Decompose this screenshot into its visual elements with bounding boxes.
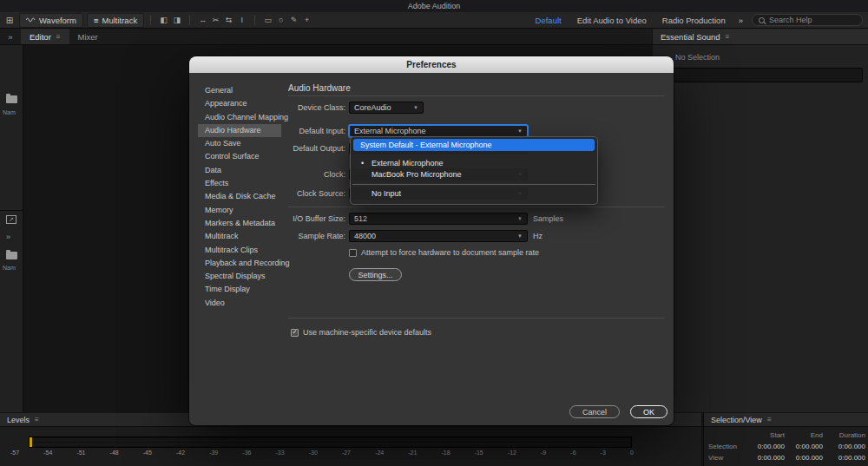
preferences-category[interactable]: Auto Save <box>198 137 281 150</box>
tab-editor[interactable]: Editor ≡ <box>21 29 69 44</box>
essential-sound-header[interactable]: Essential Sound ≡ <box>653 29 868 45</box>
level-meter-right <box>30 443 630 446</box>
column-header-duration: Duration <box>823 431 865 439</box>
view-duration-value[interactable]: 0:00.000 <box>823 454 865 462</box>
sample-rate-unit: Hz <box>533 232 542 240</box>
cd-layout-icon[interactable]: ◨ <box>170 16 183 24</box>
preferences-category[interactable]: Markers & Metadata <box>198 217 281 230</box>
slip-tool-icon[interactable]: ⇆ <box>222 16 235 24</box>
preferences-category[interactable]: Playback and Recording <box>198 257 281 270</box>
preset-bar <box>658 68 863 82</box>
dropdown-menu-item[interactable]: System Default - External Microphone <box>353 139 595 151</box>
editor-layout-icon[interactable]: ◧ <box>157 16 170 24</box>
marquee-selection-tool-icon[interactable]: ▭ <box>261 16 274 24</box>
move-tool-icon[interactable]: ↔ <box>196 16 209 24</box>
scale-label: -12 <box>508 450 516 456</box>
preferences-category[interactable]: Effects <box>198 177 281 190</box>
column-header-end: End <box>785 431 823 439</box>
view-end-value[interactable]: 0:00.000 <box>785 454 823 462</box>
tab-mixer[interactable]: Mixer <box>69 29 107 44</box>
essential-sound-panel: No Selection <box>653 45 868 412</box>
selection-duration-value[interactable]: 0:00.000 <box>823 443 865 450</box>
time-selection-tool-icon[interactable]: I <box>235 16 248 24</box>
io-buffer-select[interactable]: 512 ▼ <box>349 213 528 225</box>
default-input-select[interactable]: External Microphone ▼ <box>349 125 528 137</box>
search-icon <box>759 17 765 23</box>
scale-label: -9 <box>541 450 546 456</box>
preferences-category[interactable]: Spectral Displays <box>198 270 281 283</box>
panel-menu-icon[interactable]: ≡ <box>726 33 730 41</box>
cancel-button[interactable]: Cancel <box>569 405 620 418</box>
preferences-category[interactable]: General <box>198 84 281 97</box>
selection-view-header[interactable]: Selection/View ≡ <box>704 413 868 427</box>
level-meter-left <box>30 438 630 442</box>
device-class-select[interactable]: CoreAudio ▼ <box>349 102 424 114</box>
workspace-overflow-icon[interactable]: » <box>739 16 743 25</box>
scale-label: -18 <box>441 450 450 456</box>
toolbar-divider <box>254 15 255 25</box>
lasso-selection-tool-icon[interactable]: ○ <box>274 16 287 24</box>
panel-menu-icon[interactable]: ≡ <box>56 33 61 41</box>
preferences-category[interactable]: Data <box>198 164 281 177</box>
dropdown-menu-item[interactable]: External Microphone <box>353 158 595 169</box>
rail-overflow-icon[interactable]: » <box>6 233 10 241</box>
preferences-category[interactable]: Multitrack <box>198 230 281 243</box>
sample-rate-select[interactable]: 48000 ▼ <box>349 230 528 242</box>
machine-defaults-label: Use machine-specific device defaults <box>303 328 431 337</box>
razor-tool-icon[interactable]: ✂ <box>209 16 222 24</box>
preferences-category[interactable]: Audio Hardware <box>198 124 281 137</box>
preferences-category[interactable]: Audio Channel Mapping <box>198 111 281 124</box>
rail-divider <box>0 210 23 211</box>
waveform-icon <box>26 16 36 23</box>
dropdown-menu-item[interactable]: MacBook Pro Microphone <box>353 169 595 180</box>
workspace-tab[interactable]: Edit Audio to Video <box>577 16 647 25</box>
machine-defaults-checkbox[interactable]: ✓ <box>291 329 299 337</box>
preferences-category[interactable]: Time Display <box>198 283 281 296</box>
selection-end-value[interactable]: 0:00.000 <box>785 443 823 450</box>
collapsed-panel-rail: Nam ↗ » Nam <box>0 45 23 412</box>
level-meter <box>29 436 632 448</box>
files-folder-icon[interactable] <box>6 95 17 103</box>
workspace-tab[interactable]: Radio Production <box>662 16 726 25</box>
export-icon[interactable]: ↗ <box>6 215 16 224</box>
preferences-category[interactable]: Multitrack Clips <box>198 244 281 257</box>
clock-label: Clock: <box>288 170 345 179</box>
multitrack-mode-button[interactable]: ≡ Multitrack <box>87 13 144 28</box>
settings-button[interactable]: Settings... <box>349 268 402 281</box>
workspace-tab[interactable]: Default <box>536 16 562 25</box>
chevron-down-icon: ▼ <box>517 233 523 239</box>
selection-view-table: Start End Duration Selection 0:00.000 0:… <box>708 430 865 463</box>
panel-menu-icon[interactable]: ≡ <box>35 416 39 423</box>
waveform-mode-label: Waveform <box>39 16 76 25</box>
content-divider <box>288 207 665 207</box>
force-sample-rate-checkbox[interactable]: ✓ <box>349 249 357 257</box>
panel-menu-icon[interactable]: ≡ <box>767 416 772 423</box>
preferences-category[interactable]: Memory <box>198 204 281 217</box>
device-class-label: Device Class: <box>288 103 345 112</box>
app-title: Adobe Audition <box>408 2 461 10</box>
preferences-category[interactable]: Appearance <box>198 97 281 110</box>
editor-panel-tabbar: » Editor ≡ Mixer <box>0 29 652 45</box>
preferences-category[interactable]: Media & Disk Cache <box>198 190 281 203</box>
scale-label: -6 <box>570 450 575 456</box>
ok-button[interactable]: OK <box>630 405 667 418</box>
panel-overflow-icon[interactable]: » <box>0 29 21 44</box>
level-meter-peak <box>30 437 32 447</box>
paintbrush-tool-icon[interactable]: ✎ <box>287 16 300 24</box>
selection-start-value[interactable]: 0:00.000 <box>746 443 785 450</box>
macos-menubar: Adobe Audition <box>0 0 868 12</box>
preferences-category[interactable]: Control Surface <box>198 150 281 163</box>
levels-scale: -57 -54 -51 -48 -45 -42 -39 -36 -33 -30 … <box>10 450 634 456</box>
view-start-value[interactable]: 0:00.000 <box>746 454 785 462</box>
preferences-category[interactable]: Video <box>198 297 281 310</box>
chevron-down-icon: ▼ <box>517 128 523 134</box>
waveform-mode-button[interactable]: Waveform <box>19 13 83 28</box>
multitrack-mode-label: Multitrack <box>102 16 137 25</box>
column-header-start: Start <box>746 431 785 439</box>
workspace-grid-icon[interactable]: ⊞ <box>3 16 16 25</box>
dialog-title: Preferences <box>406 60 456 69</box>
search-help-input[interactable]: Search Help <box>752 14 863 26</box>
spot-healing-brush-icon[interactable]: + <box>300 16 313 24</box>
markers-folder-icon[interactable] <box>6 252 17 259</box>
dropdown-menu-item[interactable]: No Input <box>353 188 595 200</box>
